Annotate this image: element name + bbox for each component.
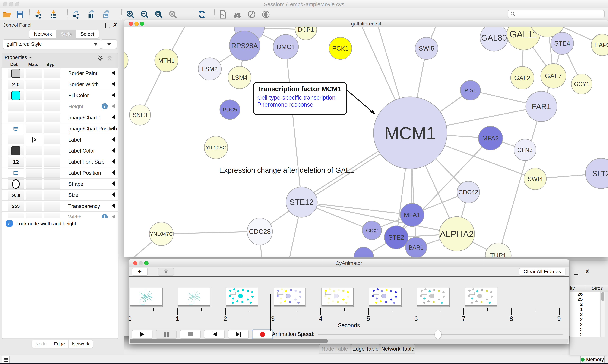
network-node-STE12[interactable]: STE12 — [286, 187, 317, 217]
frame-thumbnail-2[interactable] — [226, 288, 258, 307]
expand-property-icon[interactable] — [112, 82, 115, 86]
network-node-CLN3[interactable]: CLN3 — [514, 139, 536, 161]
zoom-out-icon[interactable] — [140, 10, 150, 19]
expand-property-icon[interactable] — [112, 115, 115, 119]
show-details-icon[interactable] — [261, 10, 271, 19]
mapping-cell[interactable] — [26, 102, 42, 111]
expand-property-icon[interactable] — [112, 204, 115, 208]
timeline[interactable]: Seconds 0123456789 — [129, 276, 569, 329]
network-node-FAR1[interactable]: FAR1 — [526, 91, 557, 122]
network-node-PDC5[interactable]: PDC5 — [220, 100, 240, 119]
info-icon[interactable]: i — [102, 103, 108, 109]
bypass-cell[interactable] — [44, 135, 60, 144]
network-node-PCK1[interactable]: PCK1 — [329, 37, 352, 59]
search-field[interactable] — [508, 10, 605, 18]
annotation-box[interactable]: Transcription factor MCM1 Cell-type-spec… — [253, 82, 347, 115]
default-value-cell[interactable] — [8, 102, 24, 111]
property-row-border-width[interactable]: 2.0Border Width — [2, 79, 118, 90]
network-node-DMC1[interactable]: DMC1 — [273, 35, 298, 59]
mapping-cell[interactable] — [26, 69, 42, 78]
network-node-LSM4[interactable]: LSM4 — [228, 66, 251, 89]
property-row-size[interactable]: 50.0Size — [2, 190, 118, 201]
timeline-scrollbar-thumb[interactable] — [130, 339, 328, 343]
mapping-cell[interactable] — [26, 169, 42, 178]
table-cell-value[interactable]: 2 — [570, 322, 600, 327]
network-node-partial[interactable] — [124, 50, 128, 71]
network-node-STE2[interactable]: STE2 — [385, 226, 408, 249]
table-cell-value[interactable]: 2 — [570, 327, 600, 332]
memory-button[interactable]: Memory — [580, 356, 605, 363]
network-node-SLT2[interactable]: SLT2 — [585, 158, 608, 189]
column-header-partial[interactable]: ity — [570, 286, 575, 291]
default-value-cell[interactable] — [8, 124, 24, 133]
zoom-fit-icon[interactable] — [154, 10, 164, 19]
expand-property-icon[interactable] — [112, 126, 115, 130]
bypass-cell[interactable] — [44, 202, 60, 211]
previous-frame-button[interactable] — [204, 330, 225, 338]
property-row-label-position[interactable]: Label Position — [2, 168, 118, 179]
network-node-SWI5[interactable]: SWI5 — [415, 37, 438, 59]
mapping-cell[interactable] — [26, 124, 42, 133]
bypass-cell[interactable] — [44, 169, 60, 178]
property-row-label-font-size[interactable]: 12Label Font Size — [2, 156, 118, 168]
search-binoculars-icon[interactable] — [233, 10, 242, 19]
default-value-cell[interactable]: 2.0 — [8, 80, 24, 89]
bypass-cell[interactable] — [44, 146, 60, 156]
lock-node-size-checkbox[interactable]: ✓ — [6, 220, 13, 227]
mapping-cell[interactable] — [26, 135, 42, 144]
network-node-HAP2[interactable]: HAP2 — [591, 34, 608, 56]
play-button[interactable] — [132, 330, 152, 338]
network-document-icon[interactable] — [218, 10, 228, 19]
open-folder-icon[interactable] — [2, 10, 12, 19]
expand-property-icon[interactable] — [112, 71, 115, 75]
export-image-icon[interactable] — [101, 10, 111, 19]
network-node-MCM1[interactable]: MCM1 — [373, 97, 447, 169]
network-node-MFA1[interactable]: MFA1 — [400, 203, 424, 226]
expand-property-icon[interactable] — [112, 193, 115, 197]
default-value-cell[interactable] — [8, 69, 24, 78]
frame-thumbnail-3[interactable] — [274, 288, 305, 307]
tab-select[interactable]: Select — [76, 30, 99, 38]
bypass-cell[interactable] — [44, 191, 60, 200]
table-scrollbar[interactable] — [600, 292, 605, 337]
frame-thumbnail-5[interactable] — [369, 288, 401, 307]
bypass-cell[interactable] — [44, 157, 60, 167]
next-frame-button[interactable] — [228, 330, 249, 338]
record-button[interactable] — [252, 330, 273, 338]
mapping-cell[interactable] — [26, 180, 42, 189]
bypass-cell[interactable] — [44, 91, 60, 100]
network-node-GCY1[interactable]: GCY1 — [571, 74, 592, 94]
stop-button[interactable] — [180, 330, 201, 338]
property-row-transparency[interactable]: 255Transparency — [2, 201, 118, 212]
import-network-icon[interactable] — [34, 10, 43, 19]
property-row-image-chart-position-1[interactable]: Image/Chart Position 1 — [2, 123, 118, 134]
expand-property-icon[interactable] — [112, 93, 115, 97]
expand-property-icon[interactable] — [112, 104, 115, 108]
property-row-shape[interactable]: Shape — [2, 179, 118, 190]
tab-network-attr[interactable]: Network — [69, 340, 93, 348]
table-cell-value[interactable]: 2 — [570, 312, 600, 317]
mapping-cell[interactable] — [26, 80, 42, 89]
search-input[interactable] — [515, 11, 602, 17]
network-node-MTH1[interactable]: MTH1 — [155, 49, 178, 72]
network-node-STE4[interactable]: STE4 — [551, 32, 574, 54]
network-node-SNF3[interactable]: SNF3 — [129, 105, 151, 125]
network-edge[interactable] — [286, 47, 302, 202]
frame-thumbnail-4[interactable] — [321, 288, 353, 307]
clear-all-frames-button[interactable]: Clear All Frames — [519, 268, 566, 275]
tab-network-table[interactable]: Network Table — [380, 344, 415, 353]
tab-network[interactable]: Network — [29, 30, 56, 38]
bypass-cell[interactable] — [44, 102, 60, 111]
network-window-titlebar[interactable]: galFiltered.sif — [124, 20, 608, 27]
default-value-cell[interactable]: 12 — [8, 157, 24, 167]
network-node-partial[interactable] — [354, 247, 373, 258]
network-node-GIC2[interactable]: GIC2 — [362, 221, 382, 240]
cyanimator-titlebar[interactable]: CyAnimator — [129, 260, 569, 267]
tab-node[interactable]: Node — [32, 340, 50, 348]
animation-speed-handle[interactable] — [435, 330, 442, 339]
import-table-icon[interactable] — [48, 10, 58, 19]
bypass-cell[interactable] — [44, 113, 60, 122]
zoom-selected-icon[interactable] — [168, 10, 178, 19]
tab-style[interactable]: Style — [56, 30, 76, 38]
property-row-border-paint[interactable]: Border Paint — [2, 68, 118, 79]
